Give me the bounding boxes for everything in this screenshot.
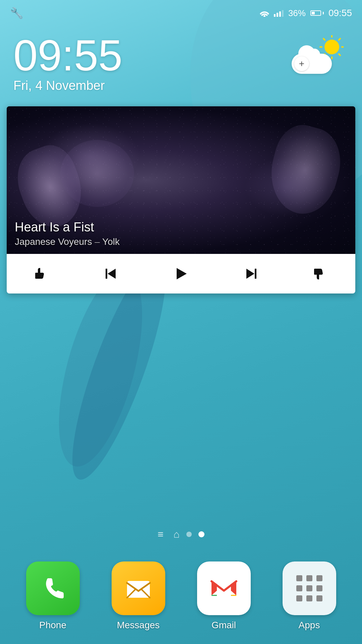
battery-percentage: 36% [288,8,306,18]
svg-marker-12 [108,269,116,279]
apps-label: Apps [299,620,320,631]
next-button[interactable] [239,262,262,285]
wifi-icon [260,9,269,17]
svg-point-0 [263,15,265,17]
music-title: Heart Is a Fist [15,220,120,234]
wrench-icon: 🔧 [10,7,23,19]
artwork-blob [40,123,141,190]
artwork-blob2 [245,157,328,217]
weather-widget[interactable]: + [292,37,345,77]
play-button[interactable] [169,262,193,285]
messages-icon[interactable] [112,561,165,615]
weather-add-button[interactable]: + [294,56,309,71]
clock-date: Fri, 4 November [13,78,349,93]
cloud-icon: + [292,54,332,74]
svg-rect-14 [255,269,256,279]
status-right: 36% 09:55 [260,8,352,18]
battery-icon [310,10,324,16]
messages-label: Messages [117,620,160,631]
svg-point-1 [324,40,339,54]
music-controls [7,254,355,293]
svg-rect-10 [35,273,37,279]
gmail-icon[interactable] [197,561,251,615]
apps-grid [292,571,327,606]
svg-rect-11 [106,269,107,279]
gmail-label: Gmail [212,620,236,631]
weather-icon-container: + [292,37,345,77]
svg-rect-16 [314,269,316,275]
phone-app[interactable]: Phone [26,561,80,631]
music-player-widget[interactable]: Heart Is a Fist Japanese Voyeurs – Yolk [7,106,355,293]
music-info: Heart Is a Fist Japanese Voyeurs – Yolk [15,220,120,247]
svg-marker-15 [246,269,254,279]
music-artist: Japanese Voyeurs – Yolk [15,236,120,247]
previous-button[interactable] [100,262,123,285]
page-dot-1[interactable] [186,532,192,537]
app-dock: Phone Messages [0,551,362,644]
svg-line-8 [339,39,340,40]
status-time: 09:55 [328,8,352,18]
phone-label: Phone [39,620,66,631]
page-indicators: ≡ ⌂ [0,529,362,540]
apps-icon[interactable] [283,561,336,615]
phone-icon[interactable] [26,561,80,615]
thumbs-down-button[interactable] [309,262,332,285]
apps-launcher[interactable]: Apps [283,561,336,631]
svg-line-7 [339,54,340,55]
status-bar: 🔧 36% 09:55 [0,0,362,23]
messages-app[interactable]: Messages [112,561,165,631]
status-left: 🔧 [10,7,23,19]
page-dot-2[interactable] [198,531,204,537]
thumbs-up-button[interactable] [30,262,53,285]
menu-indicator-icon: ≡ [158,529,164,540]
signal-icon [274,9,284,17]
gmail-app[interactable]: Gmail [197,561,251,631]
svg-marker-13 [177,268,187,279]
home-indicator-icon: ⌂ [174,529,180,540]
svg-line-6 [323,39,325,40]
music-artwork: Heart Is a Fist Japanese Voyeurs – Yolk [7,106,355,254]
